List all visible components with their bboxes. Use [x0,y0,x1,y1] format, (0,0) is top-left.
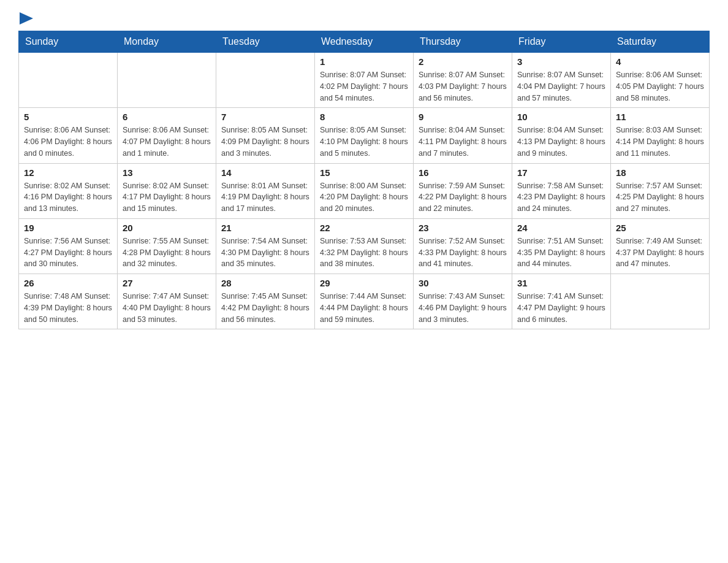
calendar-cell: 29Sunrise: 7:44 AM Sunset: 4:44 PM Dayli… [315,274,414,329]
day-number: 16 [419,167,507,178]
day-info: Sunrise: 7:57 AM Sunset: 4:25 PM Dayligh… [616,180,704,215]
day-number: 10 [517,112,605,122]
calendar-cell: 17Sunrise: 7:58 AM Sunset: 4:23 PM Dayli… [512,163,611,218]
calendar-cell: 5Sunrise: 8:06 AM Sunset: 4:06 PM Daylig… [19,108,118,163]
day-info: Sunrise: 7:49 AM Sunset: 4:37 PM Dayligh… [616,236,704,270]
day-number: 23 [419,223,507,233]
logo-arrow-icon [20,12,33,25]
calendar-cell: 19Sunrise: 7:56 AM Sunset: 4:27 PM Dayli… [19,218,118,274]
day-info: Sunrise: 7:44 AM Sunset: 4:44 PM Dayligh… [320,291,408,325]
day-number: 29 [320,278,408,288]
calendar-header-thursday: Thursday [414,31,512,53]
day-info: Sunrise: 8:06 AM Sunset: 4:07 PM Dayligh… [123,124,211,159]
calendar-week-row: 12Sunrise: 8:02 AM Sunset: 4:16 PM Dayli… [19,163,710,218]
day-number: 1 [320,56,408,67]
day-number: 20 [123,223,211,233]
day-number: 9 [419,112,507,122]
calendar-header-monday: Monday [118,31,216,53]
calendar-cell: 16Sunrise: 7:59 AM Sunset: 4:22 PM Dayli… [414,163,512,218]
calendar-cell: 10Sunrise: 8:04 AM Sunset: 4:13 PM Dayli… [512,108,611,163]
day-number: 28 [221,278,309,288]
calendar-cell: 20Sunrise: 7:55 AM Sunset: 4:28 PM Dayli… [118,218,216,274]
day-number: 17 [517,167,605,178]
calendar-cell: 4Sunrise: 8:06 AM Sunset: 4:05 PM Daylig… [611,53,710,108]
calendar-week-row: 5Sunrise: 8:06 AM Sunset: 4:06 PM Daylig… [19,108,710,163]
calendar-week-row: 19Sunrise: 7:56 AM Sunset: 4:27 PM Dayli… [19,218,710,274]
day-number: 18 [616,167,704,178]
day-number: 5 [24,112,112,122]
day-number: 30 [419,278,507,288]
calendar-cell: 12Sunrise: 8:02 AM Sunset: 4:16 PM Dayli… [19,163,118,218]
calendar-cell: 21Sunrise: 7:54 AM Sunset: 4:30 PM Dayli… [216,218,315,274]
day-info: Sunrise: 8:02 AM Sunset: 4:16 PM Dayligh… [24,180,112,215]
day-info: Sunrise: 8:07 AM Sunset: 4:04 PM Dayligh… [517,69,605,104]
calendar-cell: 8Sunrise: 8:05 AM Sunset: 4:10 PM Daylig… [315,108,414,163]
calendar-cell: 2Sunrise: 8:07 AM Sunset: 4:03 PM Daylig… [414,53,512,108]
calendar-header-saturday: Saturday [611,31,710,53]
calendar-cell: 22Sunrise: 7:53 AM Sunset: 4:32 PM Dayli… [315,218,414,274]
day-number: 31 [517,278,605,288]
calendar-header-friday: Friday [512,31,611,53]
day-info: Sunrise: 7:51 AM Sunset: 4:35 PM Dayligh… [517,236,605,270]
day-info: Sunrise: 7:53 AM Sunset: 4:32 PM Dayligh… [320,236,408,270]
day-info: Sunrise: 8:04 AM Sunset: 4:13 PM Dayligh… [517,124,605,159]
day-info: Sunrise: 8:06 AM Sunset: 4:05 PM Dayligh… [616,69,704,104]
day-number: 3 [517,56,605,67]
calendar-cell: 11Sunrise: 8:03 AM Sunset: 4:14 PM Dayli… [611,108,710,163]
logo [18,12,33,25]
calendar-cell: 3Sunrise: 8:07 AM Sunset: 4:04 PM Daylig… [512,53,611,108]
day-info: Sunrise: 8:06 AM Sunset: 4:06 PM Dayligh… [24,124,112,159]
calendar-cell: 18Sunrise: 7:57 AM Sunset: 4:25 PM Dayli… [611,163,710,218]
svg-marker-0 [20,12,33,25]
page-header [18,12,710,25]
calendar-header-row: SundayMondayTuesdayWednesdayThursdayFrid… [19,31,710,53]
day-info: Sunrise: 8:01 AM Sunset: 4:19 PM Dayligh… [221,180,309,215]
day-info: Sunrise: 7:59 AM Sunset: 4:22 PM Dayligh… [419,180,507,215]
calendar-cell: 27Sunrise: 7:47 AM Sunset: 4:40 PM Dayli… [118,274,216,329]
day-info: Sunrise: 8:07 AM Sunset: 4:02 PM Dayligh… [320,69,408,104]
calendar-cell: 28Sunrise: 7:45 AM Sunset: 4:42 PM Dayli… [216,274,315,329]
calendar-cell: 24Sunrise: 7:51 AM Sunset: 4:35 PM Dayli… [512,218,611,274]
day-number: 19 [24,223,112,233]
calendar-cell: 30Sunrise: 7:43 AM Sunset: 4:46 PM Dayli… [414,274,512,329]
calendar-cell [611,274,710,329]
calendar-header-sunday: Sunday [19,31,118,53]
day-number: 14 [221,167,309,178]
day-number: 8 [320,112,408,122]
day-number: 12 [24,167,112,178]
day-info: Sunrise: 8:07 AM Sunset: 4:03 PM Dayligh… [419,69,507,104]
day-info: Sunrise: 8:04 AM Sunset: 4:11 PM Dayligh… [419,124,507,159]
calendar-cell: 9Sunrise: 8:04 AM Sunset: 4:11 PM Daylig… [414,108,512,163]
day-info: Sunrise: 7:45 AM Sunset: 4:42 PM Dayligh… [221,291,309,325]
day-info: Sunrise: 8:03 AM Sunset: 4:14 PM Dayligh… [616,124,704,159]
calendar-cell: 15Sunrise: 8:00 AM Sunset: 4:20 PM Dayli… [315,163,414,218]
calendar-cell [118,53,216,108]
calendar-week-row: 26Sunrise: 7:48 AM Sunset: 4:39 PM Dayli… [19,274,710,329]
calendar-cell: 23Sunrise: 7:52 AM Sunset: 4:33 PM Dayli… [414,218,512,274]
calendar-cell: 31Sunrise: 7:41 AM Sunset: 4:47 PM Dayli… [512,274,611,329]
day-number: 22 [320,223,408,233]
calendar-cell [216,53,315,108]
day-info: Sunrise: 7:55 AM Sunset: 4:28 PM Dayligh… [123,236,211,270]
calendar-cell: 26Sunrise: 7:48 AM Sunset: 4:39 PM Dayli… [19,274,118,329]
day-info: Sunrise: 7:47 AM Sunset: 4:40 PM Dayligh… [123,291,211,325]
day-info: Sunrise: 8:02 AM Sunset: 4:17 PM Dayligh… [123,180,211,215]
day-number: 7 [221,112,309,122]
day-info: Sunrise: 7:56 AM Sunset: 4:27 PM Dayligh… [24,236,112,270]
day-number: 27 [123,278,211,288]
day-number: 6 [123,112,211,122]
day-info: Sunrise: 7:41 AM Sunset: 4:47 PM Dayligh… [517,291,605,325]
calendar-cell: 25Sunrise: 7:49 AM Sunset: 4:37 PM Dayli… [611,218,710,274]
day-number: 15 [320,167,408,178]
calendar-header-wednesday: Wednesday [315,31,414,53]
day-number: 26 [24,278,112,288]
day-number: 4 [616,56,704,67]
day-info: Sunrise: 8:00 AM Sunset: 4:20 PM Dayligh… [320,180,408,215]
day-number: 25 [616,223,704,233]
calendar-cell: 6Sunrise: 8:06 AM Sunset: 4:07 PM Daylig… [118,108,216,163]
day-info: Sunrise: 7:58 AM Sunset: 4:23 PM Dayligh… [517,180,605,215]
day-info: Sunrise: 8:05 AM Sunset: 4:09 PM Dayligh… [221,124,309,159]
calendar-cell [19,53,118,108]
day-info: Sunrise: 7:48 AM Sunset: 4:39 PM Dayligh… [24,291,112,325]
day-info: Sunrise: 7:54 AM Sunset: 4:30 PM Dayligh… [221,236,309,270]
